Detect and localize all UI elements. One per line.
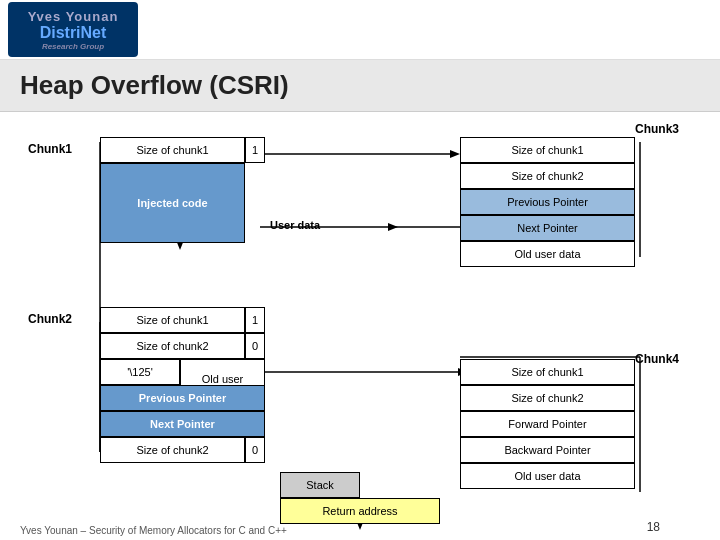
right-size-chunk1-b: Size of chunk1 <box>460 359 635 385</box>
return-address-box: Return address <box>280 498 440 524</box>
size-chunk2-left: Size of chunk2 <box>100 333 245 359</box>
header: Yves Younan DistriNet Research Group <box>0 0 720 60</box>
right-prev-pointer: Previous Pointer <box>460 189 635 215</box>
size-chunk2-left-flag: 0 <box>245 333 265 359</box>
svg-marker-2 <box>450 150 460 158</box>
diagram: Chunk1 Chunk3 Size of chunk1 1 Injected … <box>0 112 720 532</box>
right-backward-pointer: Backward Pointer <box>460 437 635 463</box>
chunk3-label: Chunk3 <box>635 122 679 136</box>
left-prev-pointer: Previous Pointer <box>100 385 265 411</box>
right-size-chunk2: Size of chunk2 <box>460 163 635 189</box>
right-size-chunk2-b: Size of chunk2 <box>460 385 635 411</box>
user-data-label: User data <box>270 219 320 231</box>
page-number: 18 <box>647 520 660 534</box>
stack-box: Stack <box>280 472 360 498</box>
right-old-user-data-b: Old user data <box>460 463 635 489</box>
size-chunk1-mid-flag: 1 <box>245 307 265 333</box>
chunk1-label: Chunk1 <box>28 142 72 156</box>
page-title: Heap Overflow (CSRI) <box>0 60 720 112</box>
size-chunk1-top: Size of chunk1 <box>100 137 245 163</box>
footer: Yves Younan – Security of Memory Allocat… <box>0 525 720 536</box>
logo-sub: Research Group <box>42 42 104 51</box>
right-forward-pointer: Forward Pointer <box>460 411 635 437</box>
right-size-chunk1: Size of chunk1 <box>460 137 635 163</box>
ntwo-five-box: '\125' <box>100 359 180 385</box>
size-chunk2-left-bot: Size of chunk2 <box>100 437 245 463</box>
size-chunk1-mid: Size of chunk1 <box>100 307 245 333</box>
right-next-pointer: Next Pointer <box>460 215 635 241</box>
logo-main: DistriNet <box>40 24 107 42</box>
right-old-user-data: Old user data <box>460 241 635 267</box>
chunk2-label: Chunk2 <box>28 312 72 326</box>
injected-code-box: Injected code <box>100 163 245 243</box>
size-chunk2-left-bot-flag: 0 <box>245 437 265 463</box>
logo: Yves Younan DistriNet Research Group <box>8 2 138 57</box>
size-chunk1-top-flag: 1 <box>245 137 265 163</box>
logo-top: Yves Younan <box>28 9 119 24</box>
svg-marker-6 <box>388 223 398 231</box>
chunk4-label: Chunk4 <box>635 352 679 366</box>
left-next-pointer: Next Pointer <box>100 411 265 437</box>
footer-author: Yves Younan – Security of Memory Allocat… <box>20 525 287 536</box>
